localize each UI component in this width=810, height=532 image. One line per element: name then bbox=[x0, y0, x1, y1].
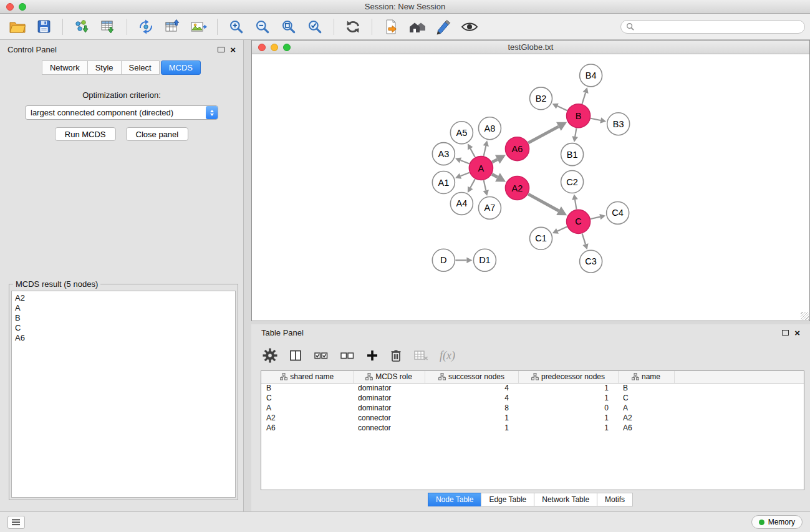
column-header-name[interactable]: name bbox=[618, 371, 674, 383]
table-cell[interactable]: 1 bbox=[518, 423, 618, 433]
import-table-button[interactable] bbox=[95, 16, 120, 37]
tab-node-table[interactable]: Node Table bbox=[428, 493, 482, 506]
network-canvas-area[interactable]: B4B2BB3A5A8A6B1A3AC2A1A2A4A7C4CC1C3DD1 bbox=[252, 54, 809, 321]
tab-network-table[interactable]: Network Table bbox=[534, 493, 597, 506]
close-network-window-button[interactable] bbox=[258, 44, 266, 51]
show-panels-button[interactable] bbox=[7, 516, 25, 529]
table-cell[interactable]: dominator bbox=[353, 393, 425, 403]
graph-edge-C-C2[interactable] bbox=[572, 194, 577, 209]
graph-edge-A-A2[interactable] bbox=[492, 173, 506, 181]
tab-network[interactable]: Network bbox=[42, 60, 88, 75]
zoom-selected-button[interactable] bbox=[302, 16, 327, 37]
import-network-button[interactable] bbox=[69, 16, 94, 37]
graph-node-C2[interactable]: C2 bbox=[561, 171, 584, 193]
table-cell[interactable]: A2 bbox=[618, 413, 674, 423]
save-session-button[interactable] bbox=[31, 16, 56, 37]
graph-edge-C-C3[interactable] bbox=[582, 233, 589, 249]
graph-node-D[interactable]: D bbox=[432, 249, 455, 271]
table-cell[interactable]: 1 bbox=[518, 393, 618, 403]
graph-node-B1[interactable]: B1 bbox=[561, 143, 584, 166]
graph-edge-A2-C[interactable] bbox=[528, 194, 567, 215]
table-cell[interactable]: connector bbox=[353, 423, 425, 433]
add-column-button[interactable] bbox=[366, 349, 378, 362]
table-cell[interactable]: 1 bbox=[425, 413, 518, 423]
table-cell[interactable]: B bbox=[618, 383, 674, 393]
result-item[interactable]: A2 bbox=[15, 293, 232, 303]
table-row[interactable]: A2connector11A2 bbox=[261, 413, 804, 423]
table-cell[interactable]: 1 bbox=[518, 383, 618, 393]
search-box[interactable] bbox=[620, 20, 805, 34]
export-network-button[interactable] bbox=[133, 16, 158, 37]
graph-edge-C-C4[interactable] bbox=[591, 214, 605, 220]
column-visibility-button[interactable] bbox=[289, 349, 302, 362]
tab-edge-table[interactable]: Edge Table bbox=[481, 493, 534, 506]
graphics-details-button[interactable] bbox=[457, 16, 482, 37]
graph-edge-A-A6[interactable] bbox=[492, 155, 506, 164]
result-item[interactable]: C bbox=[15, 323, 232, 333]
float-table-panel-icon[interactable] bbox=[782, 330, 789, 336]
graph-edge-A-A5[interactable] bbox=[468, 143, 475, 157]
table-row[interactable]: Cdominator41C bbox=[261, 393, 804, 403]
table-cell[interactable]: C bbox=[618, 393, 674, 403]
column-header-predecessor-nodes[interactable]: predecessor nodes bbox=[518, 371, 618, 383]
graph-node-A4[interactable]: A4 bbox=[450, 192, 473, 215]
graph-node-A1[interactable]: A1 bbox=[432, 172, 455, 194]
export-document-button[interactable] bbox=[378, 16, 403, 37]
open-session-button[interactable] bbox=[5, 16, 30, 37]
graph-node-B3[interactable]: B3 bbox=[607, 113, 630, 135]
close-window-button[interactable] bbox=[6, 3, 14, 11]
column-header-mcds-role[interactable]: MCDS role bbox=[353, 371, 425, 383]
column-header-successor-nodes[interactable]: successor nodes bbox=[425, 371, 518, 383]
graph-edge-B-B2[interactable] bbox=[552, 104, 567, 111]
node-table[interactable]: shared nameMCDS rolesuccessor nodesprede… bbox=[261, 370, 804, 490]
search-input[interactable] bbox=[637, 22, 799, 31]
graph-node-A2[interactable]: A2 bbox=[505, 177, 529, 200]
zoom-out-button[interactable] bbox=[250, 16, 275, 37]
graph-edge-A6-B[interactable] bbox=[528, 122, 567, 143]
export-table-button[interactable] bbox=[160, 16, 185, 37]
graph-node-C[interactable]: C bbox=[567, 210, 591, 233]
close-panel-icon[interactable]: × bbox=[230, 45, 236, 54]
table-cell[interactable]: C bbox=[261, 393, 353, 403]
graph-node-A[interactable]: A bbox=[469, 157, 493, 180]
delete-columns-button[interactable] bbox=[390, 349, 402, 362]
table-body[interactable]: Bdominator41BCdominator41CAdominator80AA… bbox=[261, 383, 804, 433]
graph-node-D1[interactable]: D1 bbox=[473, 249, 496, 271]
float-panel-icon[interactable] bbox=[218, 47, 224, 52]
table-cell[interactable]: A bbox=[261, 403, 353, 413]
graph-edge-B-B4[interactable] bbox=[582, 87, 588, 104]
graph-edge-A-A8[interactable] bbox=[483, 140, 489, 156]
zoom-network-window-button[interactable] bbox=[283, 44, 291, 51]
minimize-network-window-button[interactable] bbox=[271, 44, 278, 51]
zoom-in-button[interactable] bbox=[224, 16, 249, 37]
table-header-row[interactable]: shared nameMCDS rolesuccessor nodesprede… bbox=[261, 371, 804, 383]
graph-node-A3[interactable]: A3 bbox=[432, 143, 455, 165]
result-item[interactable]: B bbox=[15, 313, 232, 323]
graph-edge-C-C1[interactable] bbox=[552, 227, 567, 234]
graph-edge-D-D1[interactable] bbox=[455, 257, 472, 263]
graph-node-A5[interactable]: A5 bbox=[450, 122, 473, 144]
graph-node-C4[interactable]: C4 bbox=[607, 201, 629, 224]
table-cell[interactable]: 1 bbox=[425, 423, 518, 433]
graph-node-B[interactable]: B bbox=[567, 104, 591, 128]
graph-edge-B-B3[interactable] bbox=[591, 117, 606, 123]
tab-select[interactable]: Select bbox=[121, 60, 160, 75]
graph-node-B2[interactable]: B2 bbox=[529, 87, 552, 110]
zoom-window-button[interactable] bbox=[19, 3, 26, 11]
home-button[interactable] bbox=[405, 16, 430, 37]
resize-handle[interactable] bbox=[801, 312, 809, 320]
table-cell[interactable]: A6 bbox=[261, 423, 353, 433]
delete-table-button[interactable] bbox=[413, 349, 428, 362]
network-canvas[interactable]: B4B2BB3A5A8A6B1A3AC2A1A2A4A7C4CC1C3DD1 bbox=[252, 54, 809, 321]
export-image-button[interactable] bbox=[186, 16, 211, 37]
apply-style-button[interactable] bbox=[431, 16, 456, 37]
table-cell[interactable]: dominator bbox=[353, 403, 425, 413]
result-item[interactable]: A bbox=[15, 303, 232, 313]
graph-node-A7[interactable]: A7 bbox=[478, 196, 501, 219]
zoom-fit-button[interactable] bbox=[276, 16, 301, 37]
graph-edge-A-A7[interactable] bbox=[483, 180, 489, 196]
table-cell[interactable]: A2 bbox=[261, 413, 353, 423]
tab-mcds[interactable]: MCDS bbox=[161, 60, 201, 75]
graph-edge-A-A1[interactable] bbox=[455, 173, 470, 179]
graph-edge-A-A3[interactable] bbox=[455, 158, 470, 164]
